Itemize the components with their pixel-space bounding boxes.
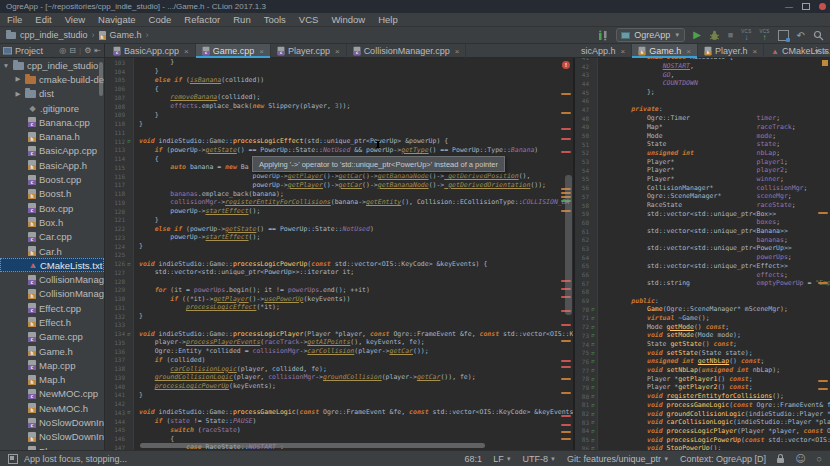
code-line[interactable]: 117 powerUp->getPlayer()->getCar()->getB… xyxy=(105,181,573,190)
code-line[interactable]: 60 boxes; xyxy=(575,218,830,227)
code-line[interactable]: 61 std::vector<std::unique_ptr<Banana>> xyxy=(575,227,830,236)
tab-basicapp.cpp[interactable]: cBasicApp.cpp× xyxy=(107,44,196,58)
code-line[interactable]: 47 private: xyxy=(575,105,830,114)
code-line[interactable]: 138 carCollisionLogic(player, collided, … xyxy=(105,364,573,373)
editor-game-cpp[interactable]: 103 }104 }105 else if (isBanana(collided… xyxy=(105,58,573,450)
code-line[interactable]: 144 if (state != State::PAUSE) xyxy=(105,417,573,426)
code-line[interactable]: 111 xyxy=(105,128,573,137)
breadcrumb-project[interactable]: cpp_indie_studio xyxy=(20,30,88,40)
code-line[interactable]: 68 xyxy=(575,288,830,297)
code-line[interactable]: 130 if ((*it)->getPlayer()->usePowerUp(k… xyxy=(105,294,573,303)
close-icon[interactable]: × xyxy=(184,47,189,56)
code-line[interactable]: 54 Player* player2; xyxy=(575,166,830,175)
tab-game.cpp[interactable]: cGame.cpp× xyxy=(196,44,271,58)
menu-item-tools[interactable]: Tools xyxy=(264,14,286,25)
menu-item-navigate[interactable]: Navigate xyxy=(98,14,136,25)
code-line[interactable]: 142 xyxy=(105,399,573,408)
chevron-down-icon[interactable]: ▼ xyxy=(2,62,10,69)
code-line[interactable]: 73⇄ void setMode(Mode mode); xyxy=(575,331,830,340)
stop-button[interactable]: ■ xyxy=(728,30,733,40)
code-line[interactable]: 45 }; xyxy=(575,88,830,97)
lock-icon[interactable] xyxy=(777,458,784,463)
debug-button[interactable] xyxy=(709,30,720,41)
code-line[interactable]: 137 if (collided) xyxy=(105,356,573,365)
chevron-right-icon[interactable]: ▶ xyxy=(14,90,22,98)
code-line[interactable]: 69 public: xyxy=(575,296,830,305)
menu-item-file[interactable]: File xyxy=(7,14,22,25)
code-line[interactable]: 64 powerUps; xyxy=(575,253,830,262)
code-line[interactable]: 103 } xyxy=(105,58,573,67)
code-line[interactable]: 118 bananas.emplace_back(banana); xyxy=(105,189,573,198)
code-line[interactable]: 122 else if (powerUp->getState() == Powe… xyxy=(105,224,573,233)
menu-item-code[interactable]: Code xyxy=(149,14,172,25)
code-line[interactable]: 146 { xyxy=(105,434,573,443)
code-line[interactable]: 134⇄void indieStudio::Game::processLogic… xyxy=(105,329,573,338)
inspections-icon[interactable]: ☺ xyxy=(795,453,805,464)
code-line[interactable]: 104 } xyxy=(105,67,573,76)
tree-item-effect.h[interactable]: hEffect.h xyxy=(0,315,104,329)
code-line[interactable]: 119 collisionMgr->registerEntityForColli… xyxy=(105,198,573,207)
tree-item-dist[interactable]: ▶dist xyxy=(0,87,104,101)
code-line[interactable]: 49 Map* raceTrack; xyxy=(575,123,830,132)
code-line[interactable]: 123 powerUp->startEffect(); xyxy=(105,233,573,242)
tree-item-boost.cpp[interactable]: cBoost.cpp xyxy=(0,172,104,186)
tree-item-noslowdowning[interactable]: cNoSlowDownInG xyxy=(0,415,104,429)
close-icon[interactable]: × xyxy=(752,47,757,56)
menu-item-view[interactable]: View xyxy=(65,14,85,25)
tree-item-effect.cpp[interactable]: cEffect.cpp xyxy=(0,301,104,315)
project-scrollbar[interactable] xyxy=(99,62,103,96)
code-line[interactable]: 85⇄ void processLogicPowerUp(const std::… xyxy=(575,435,830,444)
code-line[interactable]: 57 Ogre::SceneManager* sceneMgr; xyxy=(575,192,830,201)
tab-player.cpp[interactable]: cPlayer.cpp× xyxy=(271,44,347,58)
code-line[interactable]: 106 { xyxy=(105,84,573,93)
code-line[interactable]: 124} xyxy=(105,242,573,251)
code-line[interactable]: 107 removeBanana(collided); xyxy=(105,93,573,102)
maximize-button[interactable] xyxy=(802,3,810,10)
vertical-scrollbar[interactable] xyxy=(565,175,572,315)
code-line[interactable]: 65 std::vector<std::unique_ptr<Effect>> xyxy=(575,262,830,271)
code-line[interactable]: 112⇄void indieStudio::Game::processLogic… xyxy=(105,137,573,146)
code-line[interactable]: 74⇄ State getState() const; xyxy=(575,340,830,349)
close-icon[interactable]: × xyxy=(259,47,264,56)
code-line[interactable]: 109 } xyxy=(105,111,573,120)
code-line[interactable]: 145 switch (raceState) xyxy=(105,426,573,435)
tree-item-boost.h[interactable]: hBoost.h xyxy=(0,187,104,201)
tree-item-car.h[interactable]: hCar.h xyxy=(0,244,104,258)
code-line[interactable]: 66 effects; xyxy=(575,270,830,279)
code-line[interactable]: 131 processLogicEffect(*it); xyxy=(105,303,573,312)
code-line[interactable]: 52 unsigned int nbLap; xyxy=(575,149,830,158)
code-line[interactable]: 43 GO, xyxy=(575,70,830,79)
code-line[interactable]: 143⇄void indieStudio::Game::processGameL… xyxy=(105,408,573,417)
tree-item-game.h[interactable]: hGame.h xyxy=(0,344,104,358)
code-line[interactable]: 132} xyxy=(105,312,573,321)
tree-item-noslowdowning[interactable]: hNoSlowDownInG xyxy=(0,430,104,444)
search-icon[interactable] xyxy=(813,30,824,41)
menu-item-help[interactable]: Help xyxy=(378,14,398,25)
tab-game.h[interactable]: hGame.h× xyxy=(632,44,698,58)
menu-item-run[interactable]: Run xyxy=(233,14,250,25)
code-line[interactable]: 70⇄ Game(Ogre::SceneManager* mSceneMgr); xyxy=(575,305,830,314)
code-line[interactable]: 128 xyxy=(105,277,573,286)
code-line[interactable]: 51 State state; xyxy=(575,140,830,149)
tree-item-map.h[interactable]: hMap.h xyxy=(0,373,104,387)
gear-icon[interactable]: ⚙ xyxy=(84,46,91,55)
tree-item-map.cpp[interactable]: cMap.cpp xyxy=(0,358,104,372)
tab-player.h[interactable]: hPlayer.h× xyxy=(698,44,764,58)
code-line[interactable]: 62 bananas; xyxy=(575,235,830,244)
tree-item-.gitignore[interactable]: ◆.gitignore xyxy=(0,101,104,115)
run-button[interactable]: ▶ xyxy=(693,30,701,40)
hide-panel-icon[interactable]: ⇤ xyxy=(94,46,101,55)
commit-changes-icon[interactable] xyxy=(778,30,789,41)
code-line[interactable]: 81⇄ void processGameLogic(const Ogre::Fr… xyxy=(575,401,830,410)
tab-collisionmanager.cpp[interactable]: cCollisionManager.cpp× xyxy=(347,44,467,58)
code-line[interactable]: 59 std::vector<std::unique_ptr<Box>> xyxy=(575,209,830,218)
minimize-button[interactable]: — xyxy=(785,0,793,13)
code-line[interactable]: 121 } xyxy=(105,216,573,225)
tree-item-collisionmanager.cpp[interactable]: cCollisionManager.cpp xyxy=(0,272,104,286)
close-icon[interactable]: × xyxy=(621,47,626,56)
code-line[interactable]: 48 Ogre::Timer timer; xyxy=(575,114,830,123)
code-line[interactable]: 125 xyxy=(105,251,573,260)
changes-icon[interactable] xyxy=(598,30,608,41)
editor-game-h[interactable]: 41 enum class RaceState {42 NOSTART,43 G… xyxy=(575,58,830,450)
locate-file-icon[interactable]: ◎ xyxy=(59,46,66,55)
